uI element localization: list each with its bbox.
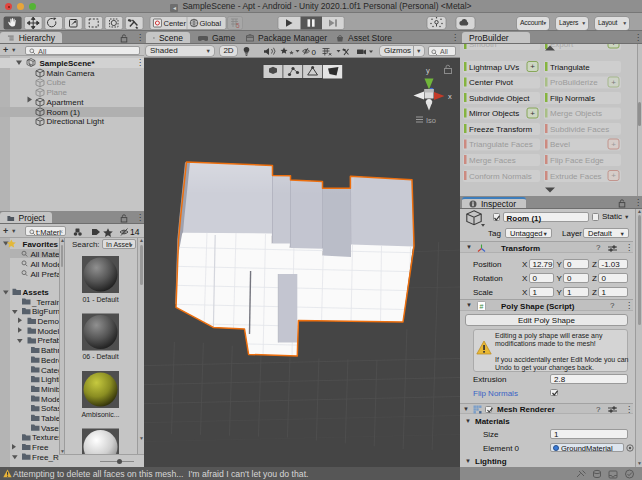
svg-text:Flip Face Edge: Flip Face Edge <box>550 156 604 165</box>
svg-text:Merge Faces: Merge Faces <box>469 156 516 165</box>
svg-text:Flip Normals: Flip Normals <box>550 94 595 103</box>
svg-text:Subdivide Object: Subdivide Object <box>469 94 530 103</box>
svg-text:Lightmap UVs: Lightmap UVs <box>469 63 519 72</box>
svg-text:Freeze Transform: Freeze Transform <box>469 125 532 134</box>
svg-text:5: 5 <box>236 22 240 29</box>
svg-text:Conform Normals: Conform Normals <box>469 172 532 181</box>
svg-text:Global: Global <box>200 19 222 28</box>
svg-text:06 - Default: 06 - Default <box>82 353 118 360</box>
svg-text:Iso: Iso <box>426 116 436 125</box>
svg-text:Extrude Faces: Extrude Faces <box>550 172 602 181</box>
svg-text:0: 0 <box>312 47 317 56</box>
svg-text:Center Pivot: Center Pivot <box>469 78 514 87</box>
svg-text:Mirror Objects: Mirror Objects <box>469 109 519 118</box>
svg-text:Ambisonic...: Ambisonic... <box>81 411 119 418</box>
svg-text:Subdivide Faces: Subdivide Faces <box>550 125 609 134</box>
svg-text:x: x <box>448 92 452 101</box>
svg-text:Smooth: Smooth <box>469 44 497 49</box>
svg-text:ProBuilderize: ProBuilderize <box>550 78 598 87</box>
svg-text:Center: Center <box>164 19 187 28</box>
svg-text:01 - Default: 01 - Default <box>82 296 118 303</box>
svg-text:Export: Export <box>550 44 574 49</box>
svg-text:14: 14 <box>130 227 140 237</box>
svg-text:Triangulate Faces: Triangulate Faces <box>469 140 533 149</box>
svg-text:Triangulate: Triangulate <box>550 63 590 72</box>
svg-text:#: # <box>480 303 484 310</box>
svg-text:Bevel: Bevel <box>550 140 570 149</box>
svg-text:Merge Objects: Merge Objects <box>550 109 602 118</box>
svg-text:y: y <box>426 66 430 75</box>
